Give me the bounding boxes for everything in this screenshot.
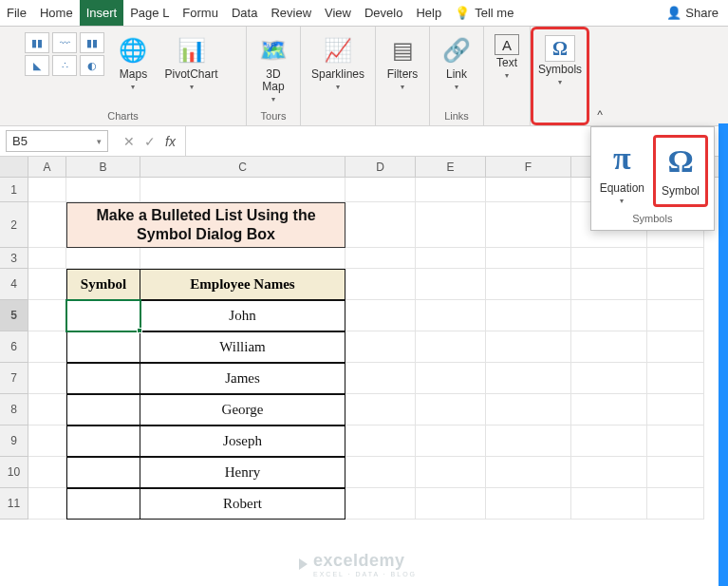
row-8[interactable]: 8 [0, 394, 28, 425]
row-1[interactable]: 1 [0, 178, 28, 202]
select-all[interactable] [0, 157, 28, 177]
filters-button[interactable]: ▤Filters▾ [383, 32, 421, 93]
name-box[interactable]: B5▾ [6, 130, 108, 152]
tab-home[interactable]: Home [33, 0, 80, 26]
textbox-icon: A [495, 34, 519, 55]
title-cell[interactable]: Make a Bulleted List Using theSymbol Dia… [66, 202, 345, 248]
tab-page-layout[interactable]: Page L [123, 0, 176, 26]
cell-B5[interactable] [66, 300, 140, 331]
chart-area-icon[interactable]: ◣ [25, 55, 49, 76]
map3d-icon: 🗺️ [257, 34, 289, 66]
group-filters: ▤Filters▾ [376, 27, 430, 125]
right-edge [719, 123, 728, 586]
tab-data[interactable]: Data [225, 0, 264, 26]
omega-icon: Ω [659, 140, 702, 183]
ribbon-collapse[interactable]: ^ [589, 27, 610, 125]
row-10[interactable]: 10 [0, 457, 28, 488]
pi-icon: π [600, 137, 644, 180]
equation-button[interactable]: πEquation▾ [597, 135, 647, 207]
cell-C10[interactable]: Henry [140, 457, 345, 488]
row-6[interactable]: 6 [0, 331, 28, 363]
fill-handle[interactable] [137, 328, 142, 333]
tab-help[interactable]: Help [409, 0, 448, 26]
filter-icon: ▤ [386, 34, 419, 66]
row-9[interactable]: 9 [0, 425, 28, 457]
sparkline-icon: 📈 [322, 34, 354, 66]
cell-C8[interactable]: George [140, 394, 345, 425]
group-text: AText▾ [484, 27, 531, 125]
tab-file[interactable]: File [0, 0, 33, 26]
header-symbol[interactable]: Symbol [66, 269, 140, 300]
cell-C11[interactable]: Robert [140, 488, 345, 520]
symbols-dropdown: πEquation▾ ΩSymbol Symbols [590, 126, 715, 231]
col-C[interactable]: C [140, 157, 345, 177]
col-D[interactable]: D [345, 157, 416, 177]
row-7[interactable]: 7 [0, 363, 28, 394]
col-A[interactable]: A [28, 157, 66, 177]
group-tours: 🗺️3D Map▾ Tours [247, 27, 301, 125]
group-sparklines: 📈Sparklines▾ [301, 27, 376, 125]
tab-formulas[interactable]: Formu [176, 0, 225, 26]
omega-icon: Ω [545, 35, 575, 62]
tab-view[interactable]: View [318, 0, 358, 26]
tab-insert[interactable]: Insert [80, 0, 124, 26]
chart-mini-buttons: ▮▮〰▮▮ ◣∴◐ [25, 32, 104, 76]
pivotchart-icon: 📊 [176, 34, 208, 66]
tab-review[interactable]: Review [264, 0, 318, 26]
col-E[interactable]: E [416, 157, 486, 177]
chevron-down-icon: ▾ [131, 83, 135, 91]
cell-C7[interactable]: James [140, 363, 345, 394]
cell-C6[interactable]: William [140, 331, 345, 363]
row-5[interactable]: 5 [0, 300, 28, 331]
symbols-button[interactable]: ΩSymbols▾ [535, 33, 585, 88]
symbol-button[interactable]: ΩSymbol [653, 135, 708, 207]
chart-col-icon[interactable]: ▮▮ [80, 32, 104, 53]
person-icon: 👤 [666, 6, 681, 20]
chevron-down-icon: ▾ [97, 137, 102, 146]
row-4[interactable]: 4 [0, 269, 28, 300]
chart-scatter-icon[interactable]: ∴ [52, 55, 77, 76]
globe-icon: 🌐 [117, 34, 149, 66]
chart-line-icon[interactable]: 〰 [52, 32, 77, 53]
group-charts: ▮▮〰▮▮ ◣∴◐ 🌐Maps▾ 📊PivotChart▾ Charts [0, 27, 247, 125]
chart-bar-icon[interactable]: ▮▮ [25, 32, 49, 53]
3dmap-button[interactable]: 🗺️3D Map▾ [254, 32, 292, 105]
link-icon: 🔗 [440, 34, 473, 66]
cancel-icon[interactable]: ✕ [123, 134, 135, 149]
tell-me[interactable]: 💡Tell me [448, 0, 520, 26]
pivotchart-button[interactable]: 📊PivotChart▾ [161, 32, 220, 93]
cell-C9[interactable]: Joseph [140, 425, 345, 457]
group-symbols: ΩSymbols▾ [531, 27, 589, 125]
ribbon: ▮▮〰▮▮ ◣∴◐ 🌐Maps▾ 📊PivotChart▾ Charts 🗺️3… [0, 27, 728, 126]
cell-C5[interactable]: John [140, 300, 345, 331]
link-button[interactable]: 🔗Link▾ [438, 32, 476, 93]
text-button[interactable]: AText▾ [492, 32, 522, 82]
maps-button[interactable]: 🌐Maps▾ [114, 32, 152, 93]
sparklines-button[interactable]: 📈Sparklines▾ [308, 32, 367, 93]
header-employee[interactable]: Employee Names [140, 269, 345, 300]
col-F[interactable]: F [486, 157, 571, 177]
group-links: 🔗Link▾ Links [430, 27, 484, 125]
chevron-down-icon: ▾ [190, 83, 194, 91]
fx-icon[interactable]: fx [165, 134, 176, 149]
check-icon[interactable]: ✓ [144, 134, 156, 149]
row-11[interactable]: 11 [0, 488, 28, 520]
watermark: exceldemyEXCEL · DATA · BLOG [299, 551, 417, 577]
bulb-icon: 💡 [455, 6, 470, 20]
share-button[interactable]: 👤Share [657, 0, 728, 26]
col-B[interactable]: B [66, 157, 140, 177]
play-icon [299, 558, 308, 570]
row-2[interactable]: 2 [0, 202, 28, 248]
menu-tabs: File Home Insert Page L Formu Data Revie… [0, 0, 728, 27]
tab-developer[interactable]: Develo [358, 0, 409, 26]
row-3[interactable]: 3 [0, 248, 28, 269]
chart-pie-icon[interactable]: ◐ [80, 55, 104, 76]
